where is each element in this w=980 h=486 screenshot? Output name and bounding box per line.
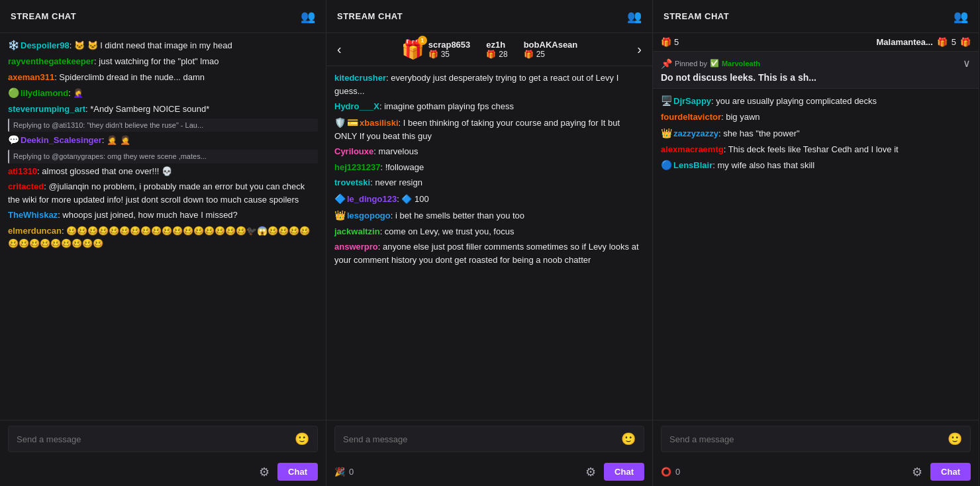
chat-input-2[interactable] (343, 434, 621, 444)
message-username[interactable]: xbasiliski (360, 118, 399, 128)
bottom-icon-3: ⭕ (661, 467, 671, 477)
message-username[interactable]: fourdeltavictor (661, 112, 721, 122)
message-text: : Spiderclimb dread in the nude... damn (54, 72, 205, 82)
chat-input-wrapper-1: 🙂 (8, 426, 318, 452)
pinned-by-label: Pinned by (675, 60, 707, 68)
bottom-left-3: ⭕ 0 (661, 467, 680, 477)
message-username[interactable]: rayventhegatekeeper (8, 56, 94, 66)
list-item: 👑zazzyzazzy: she has "the power" (661, 126, 971, 140)
hype-count-2: 🎁 28 (486, 50, 507, 59)
gear-icon-2[interactable]: ⚙ (585, 465, 596, 479)
list-item: elmerduncan: 🥴🥴🥴🥴🥴🥴🥴🥴🥴🥴🥴🥴🥴🥴🥴🥴🥴🐦‍⬛😱🥴🥴🥴🥴🥴🥴… (8, 224, 318, 250)
hype-gift-badge-1: 🎁1 (401, 38, 424, 60)
message-username[interactable]: stevenrumping_art (8, 104, 85, 114)
list-item: answerpro: anyone else just post filler … (334, 240, 644, 266)
message-username[interactable]: Hydro___X (334, 101, 379, 111)
message-username[interactable]: le_dingo123 (347, 194, 397, 204)
hype-count-icon-1: 🎁 (428, 50, 438, 59)
list-item: fourdeltavictor: big yawn (661, 111, 971, 124)
badge-icon: 💬 (8, 133, 19, 147)
users-icon-3[interactable]: 👥 (954, 9, 968, 24)
message-text: : anyone else just post filler comments … (334, 242, 639, 265)
list-item: 🔷le_dingo123: 🔷 100 (334, 192, 644, 206)
message-username[interactable]: zazzyzazzy (673, 128, 718, 138)
message-username[interactable]: ati1310 (8, 166, 37, 176)
message-username[interactable]: Deekin_Scalesinger (21, 135, 102, 145)
pinned-header: 📌 Pinned by ✅ Marvoleath ∨ (661, 57, 971, 70)
sub-right-user: Malamanteа... (877, 37, 933, 47)
badge-icon: 🟢 (8, 86, 19, 100)
message-username[interactable]: LensBlair (673, 160, 712, 170)
chat-title-2: STREAM CHAT (337, 11, 403, 21)
users-icon-2[interactable]: 👥 (627, 9, 642, 24)
message-text: : you are usually playing complicated de… (711, 96, 877, 106)
message-username[interactable]: jackwaltzin (334, 226, 380, 236)
sub-left-badge: 🎁 5 (661, 37, 679, 47)
hype-count-val-3: 25 (536, 50, 545, 59)
sub-count-right: 5 (952, 37, 956, 47)
list-item: TheWhiskaz: whoops just joined, how much… (8, 209, 318, 222)
message-username[interactable]: hej1231237 (334, 162, 380, 172)
reply-preview: Replying to @ati1310: "they didn't belie… (8, 119, 318, 132)
users-icon-1[interactable]: 👥 (301, 9, 315, 24)
chat-button-2[interactable]: Chat (604, 463, 644, 481)
sub-extra-icon: 🎁 (960, 37, 971, 47)
bottom-left-2: 🎉 0 (334, 467, 354, 477)
chat-input-area-1: 🙂 (0, 420, 326, 458)
hype-arrow-left[interactable]: ‹ (337, 42, 342, 57)
list-item: Hydro___X: imagine gotham playing fps ch… (334, 100, 644, 113)
bottom-count-3: 0 (675, 467, 680, 477)
message-username[interactable]: lesgopogo (347, 211, 391, 220)
sub-banner: 🎁 5 Malamanteа... 🎁 5 🎁 (653, 33, 979, 52)
list-item: 🛡️💳xbasiliski: I been thinking of taking… (334, 116, 644, 143)
chat-button-1[interactable]: Chat (277, 463, 318, 481)
pinned-message: 📌 Pinned by ✅ Marvoleath ∨ Do not discus… (653, 52, 979, 89)
hype-count-icon-3: 🎁 (524, 50, 534, 59)
pinned-chevron[interactable]: ∨ (963, 57, 971, 70)
chat-input-3[interactable] (669, 434, 948, 444)
reply-preview: Replying to @gotanygrapes: omg they were… (8, 150, 318, 164)
list-item: kitedcrusher: everybody just desperately… (334, 72, 644, 97)
message-username[interactable]: answerpro (334, 242, 378, 252)
message-username[interactable]: Cyrilouxe (334, 146, 373, 156)
message-text: : This deck feels like Teshar Cedh and I… (724, 144, 899, 154)
list-item: stevenrumping_art: *Andy Samberg NOICE s… (8, 103, 318, 116)
message-text: : 🐱 🐱 I didnt need that image in my head (70, 40, 232, 50)
badge-icon: 👑 (661, 126, 672, 140)
message-username[interactable]: lilydiamond (21, 88, 68, 98)
message-username[interactable]: Despoiler98 (21, 40, 70, 50)
emoji-icon-1[interactable]: 🙂 (295, 432, 309, 446)
hype-user-info-2: ez1h 🎁 28 (486, 40, 507, 59)
list-item: 🟢lilydiamond: 🤦‍♀️ (8, 86, 318, 100)
list-item: Cyrilouxe: marvelous (334, 145, 644, 158)
message-username[interactable]: axeman311 (8, 72, 54, 82)
message-username[interactable]: critacted (8, 181, 44, 191)
message-username[interactable]: DjrSappy (673, 96, 711, 106)
chat-panel-2: STREAM CHAT 👥 ‹ 🎁1 scrap8653 🎁 35 ez1h (326, 0, 653, 486)
emoji-icon-3[interactable]: 🙂 (948, 432, 962, 446)
chat-title-1: STREAM CHAT (11, 11, 76, 21)
message-text: : *Andy Samberg NOICE sound* (85, 104, 209, 114)
emoji-icon-2[interactable]: 🙂 (621, 432, 636, 446)
message-username[interactable]: elmerduncan (8, 226, 62, 236)
gear-icon-3[interactable]: ⚙ (912, 465, 922, 479)
message-text: : just watching for the "plot" lmao (94, 56, 219, 66)
hype-user-1: 🎁1 scrap8653 🎁 35 (401, 38, 471, 60)
sub-gift-icon-left: 🎁 (661, 37, 671, 47)
message-text: : come on Levy, we trust you, focus (380, 226, 514, 236)
message-username[interactable]: TheWhiskaz (8, 210, 58, 220)
chat-input-wrapper-2: 🙂 (334, 426, 644, 452)
message-username[interactable]: alexmacraemtg (661, 144, 724, 154)
message-username[interactable]: trovetski (334, 177, 370, 187)
message-username[interactable]: kitedcrusher (334, 73, 386, 83)
message-text: : my wife also has that skill (712, 160, 814, 170)
hype-arrow-right[interactable]: › (637, 42, 642, 57)
chat-input-1[interactable] (17, 434, 295, 444)
hype-count-1: 🎁 35 (428, 50, 471, 59)
message-text: : 🔷 100 (397, 194, 429, 204)
list-item: hej1231237: !followage (334, 161, 644, 174)
gear-icon-1[interactable]: ⚙ (259, 465, 270, 479)
badge-icon: 🔷 (334, 192, 346, 206)
chat-button-3[interactable]: Chat (930, 463, 971, 481)
message-text: : big yawn (721, 112, 760, 122)
